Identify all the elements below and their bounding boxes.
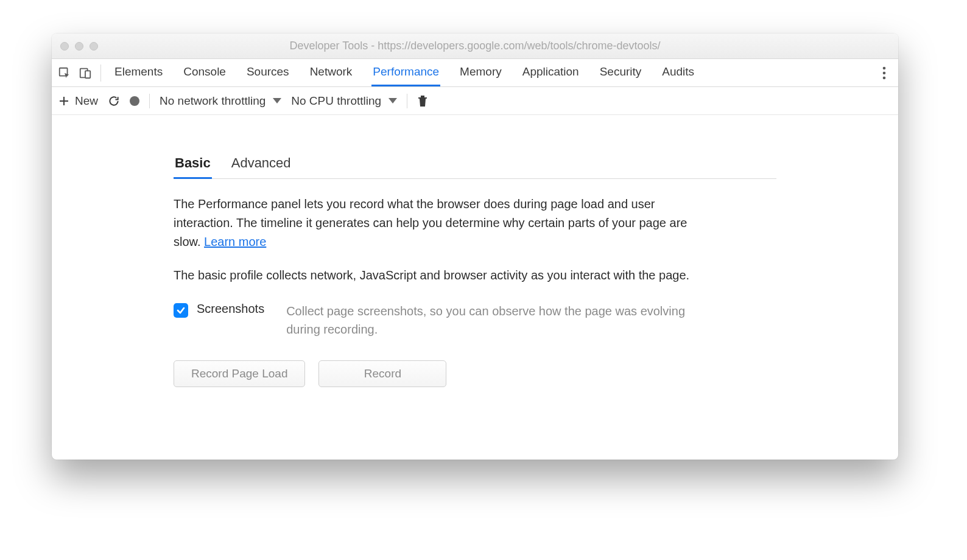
chevron-down-icon	[273, 98, 281, 103]
new-recording-label: New	[75, 94, 98, 108]
intro-paragraph: The Performance panel lets you record wh…	[174, 195, 709, 251]
svg-rect-7	[421, 96, 424, 97]
svg-rect-2	[85, 71, 90, 78]
cpu-throttle-dropdown[interactable]: No CPU throttling	[291, 94, 397, 108]
tab-memory[interactable]: Memory	[459, 59, 503, 86]
divider	[407, 94, 407, 108]
tab-elements[interactable]: Elements	[113, 59, 164, 86]
tab-network[interactable]: Network	[309, 59, 354, 86]
subtab-advanced[interactable]: Advanced	[230, 152, 292, 179]
performance-toolbar: New No network throttling No CPU throttl…	[52, 87, 898, 115]
divider	[149, 94, 150, 108]
record-icon[interactable]	[130, 96, 139, 106]
tab-performance[interactable]: Performance	[371, 59, 440, 86]
svg-point-5	[883, 76, 886, 79]
new-recording-button[interactable]: New	[59, 94, 98, 108]
delete-icon[interactable]	[417, 95, 428, 107]
tab-application[interactable]: Application	[521, 59, 580, 86]
device-toolbar-icon[interactable]	[79, 66, 92, 80]
reload-icon[interactable]	[108, 95, 120, 107]
minimize-window-button[interactable]	[75, 42, 83, 51]
network-throttle-dropdown[interactable]: No network throttling	[160, 94, 281, 108]
svg-rect-6	[418, 97, 427, 99]
more-options-icon[interactable]	[882, 66, 886, 80]
close-window-button[interactable]	[60, 42, 69, 51]
chevron-down-icon	[389, 98, 397, 103]
svg-point-4	[883, 71, 886, 74]
svg-point-3	[883, 66, 886, 69]
screenshots-description: Collect page screenshots, so you can obs…	[286, 302, 709, 338]
screenshots-label: Screenshots	[197, 302, 264, 316]
cpu-throttle-label: No CPU throttling	[291, 94, 381, 108]
tab-sources[interactable]: Sources	[245, 59, 290, 86]
traffic-lights	[60, 42, 98, 51]
window-title: Developer Tools - https://developers.goo…	[52, 40, 898, 52]
tab-security[interactable]: Security	[599, 59, 643, 86]
record-page-load-button[interactable]: Record Page Load	[174, 360, 305, 387]
performance-panel-content: Basic Advanced The Performance panel let…	[52, 115, 898, 460]
titlebar: Developer Tools - https://developers.goo…	[52, 33, 898, 59]
network-throttle-label: No network throttling	[160, 94, 265, 108]
devtools-window: Developer Tools - https://developers.goo…	[52, 33, 898, 460]
devtools-tabs: Elements Console Sources Network Perform…	[113, 59, 882, 86]
zoom-window-button[interactable]	[90, 42, 98, 51]
tab-audits[interactable]: Audits	[661, 59, 695, 86]
subtab-basic[interactable]: Basic	[174, 152, 212, 179]
profile-subtabs: Basic Advanced	[174, 152, 776, 179]
devtools-tabbar: Elements Console Sources Network Perform…	[52, 59, 898, 87]
screenshots-option: Screenshots Collect page screenshots, so…	[174, 302, 709, 338]
learn-more-link[interactable]: Learn more	[204, 235, 266, 248]
basic-description: The basic profile collects network, Java…	[174, 266, 709, 285]
action-buttons: Record Page Load Record	[174, 360, 776, 387]
record-button[interactable]: Record	[318, 360, 446, 387]
screenshots-checkbox[interactable]	[174, 303, 188, 318]
tab-console[interactable]: Console	[182, 59, 227, 86]
inspect-element-icon[interactable]	[58, 66, 71, 80]
